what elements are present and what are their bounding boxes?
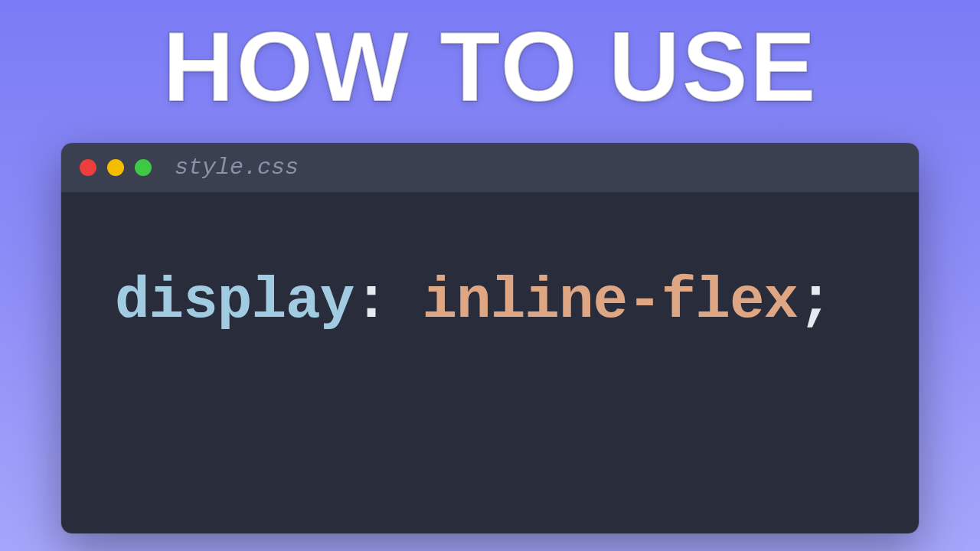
semicolon-token: ;	[798, 269, 832, 334]
colon-token: :	[354, 269, 388, 334]
code-line: display: inline-flex;	[115, 269, 873, 334]
page-headline: HOW TO USE	[162, 9, 817, 124]
editor-body: display: inline-flex;	[61, 192, 919, 533]
zoom-icon[interactable]	[135, 159, 152, 176]
window-titlebar: style.css	[61, 143, 919, 192]
close-icon[interactable]	[80, 159, 96, 176]
minimize-icon[interactable]	[107, 159, 124, 176]
space-token	[388, 269, 423, 334]
traffic-lights	[80, 159, 152, 176]
code-editor-window: style.css display: inline-flex;	[61, 143, 919, 533]
window-filename: style.css	[175, 155, 299, 181]
css-value-token: inline-flex	[422, 269, 798, 334]
css-property-token: display	[115, 269, 354, 334]
